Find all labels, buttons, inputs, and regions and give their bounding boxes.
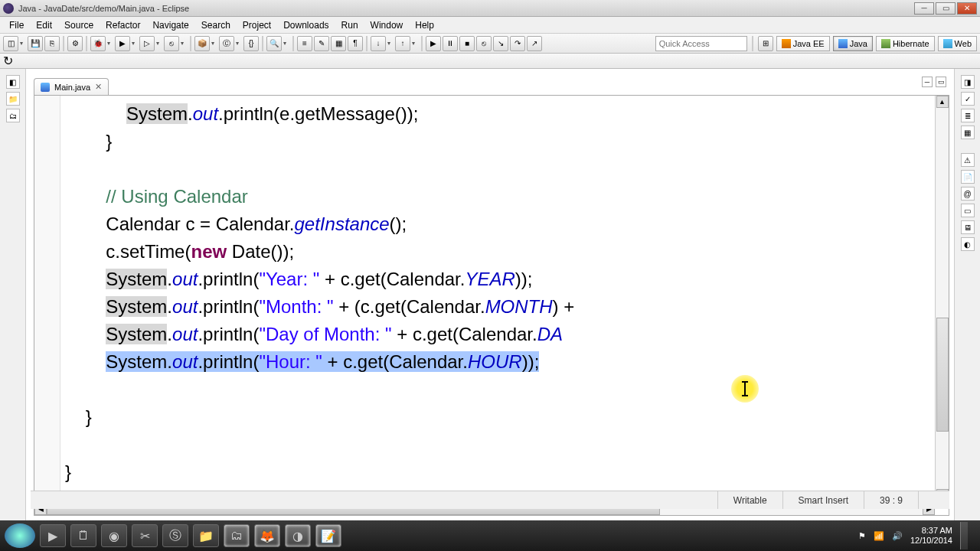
- quick-access-input[interactable]: [655, 36, 747, 51]
- run-last-button[interactable]: ▷: [139, 36, 155, 51]
- code-editor[interactable]: System.out.println(e.getMessage()); } //…: [34, 95, 949, 516]
- save-button[interactable]: 💾: [28, 36, 43, 51]
- menu-window[interactable]: Window: [364, 18, 410, 32]
- perspective-label: Java: [850, 39, 867, 48]
- chevron-down-icon[interactable]: ▾: [20, 40, 26, 47]
- package-explorer-icon[interactable]: 📁: [6, 92, 20, 106]
- step-return-button[interactable]: ↗: [527, 36, 542, 51]
- tray-volume-icon[interactable]: 🔊: [892, 531, 903, 541]
- restore-view-button[interactable]: ◨: [961, 75, 975, 89]
- run-button[interactable]: ▶: [115, 36, 130, 51]
- menu-source[interactable]: Source: [58, 18, 100, 32]
- chevron-down-icon[interactable]: ▾: [156, 40, 162, 47]
- open-type-button[interactable]: {}: [243, 36, 259, 51]
- debug-button[interactable]: 🐞: [90, 36, 106, 51]
- new-button[interactable]: ◫: [3, 36, 18, 51]
- console-icon[interactable]: ▭: [961, 204, 975, 217]
- save-all-button[interactable]: ⎘: [44, 36, 60, 51]
- system-tray[interactable]: ⚑ 📶 🔊 8:37 AM 12/10/2014: [858, 522, 975, 549]
- menu-downloads[interactable]: Downloads: [277, 18, 335, 32]
- new-package-button[interactable]: 📦: [194, 36, 210, 51]
- restore-view-button[interactable]: ◧: [6, 75, 20, 89]
- minimize-button[interactable]: ─: [914, 2, 934, 15]
- perspective-hibernate[interactable]: Hibernate: [876, 36, 935, 51]
- chevron-down-icon[interactable]: ▾: [132, 40, 138, 47]
- scroll-up-icon[interactable]: ▲: [936, 96, 949, 108]
- search-button[interactable]: 🔍: [266, 36, 282, 51]
- minimap-icon[interactable]: ▦: [961, 126, 975, 139]
- problems-icon[interactable]: ⚠: [961, 153, 975, 167]
- disconnect-button[interactable]: ⎋: [476, 36, 492, 51]
- suspend-button[interactable]: ⏸: [443, 36, 458, 51]
- step-into-button[interactable]: ↘: [493, 36, 508, 51]
- menu-refactor[interactable]: Refactor: [100, 18, 146, 32]
- show-whitespace-button[interactable]: ¶: [348, 36, 363, 51]
- right-trim: ◨ ✓ ≣ ▦ ⚠ 📄 @ ▭ 🖥 ◐: [954, 69, 980, 520]
- taskbar-explorer[interactable]: 📁: [193, 524, 219, 547]
- chevron-down-icon[interactable]: ▾: [107, 40, 113, 47]
- maximize-button[interactable]: ▭: [936, 2, 956, 15]
- taskbar-notepad[interactable]: 📝: [315, 524, 341, 547]
- perspective-web[interactable]: Web: [938, 36, 977, 51]
- step-over-button[interactable]: ↷: [510, 36, 525, 51]
- tab-close-icon[interactable]: ✕: [95, 82, 102, 92]
- resume-button[interactable]: ▶: [426, 36, 441, 51]
- refresh-button[interactable]: ↻: [3, 54, 13, 68]
- javadoc-icon[interactable]: 📄: [961, 170, 975, 184]
- toggle-block-button[interactable]: ▦: [331, 36, 346, 51]
- open-perspective-button[interactable]: ⊞: [758, 36, 773, 51]
- taskbar-explorer-window[interactable]: 🗂: [224, 524, 250, 547]
- chevron-down-icon[interactable]: ▾: [181, 40, 187, 47]
- outline-icon[interactable]: ≣: [961, 109, 975, 122]
- scroll-thumb[interactable]: [936, 318, 949, 432]
- menu-edit[interactable]: Edit: [30, 18, 58, 32]
- menu-search[interactable]: Search: [195, 18, 237, 32]
- perspective-java[interactable]: Java: [833, 36, 873, 51]
- chevron-down-icon[interactable]: ▾: [211, 40, 217, 47]
- tray-clock[interactable]: 8:37 AM 12/10/2014: [910, 526, 952, 546]
- taskbar-eclipse[interactable]: ◑: [285, 524, 311, 547]
- start-button[interactable]: [5, 523, 35, 548]
- taskbar-media-player[interactable]: ▶: [40, 524, 66, 547]
- progress-icon[interactable]: ◐: [961, 237, 975, 251]
- external-tools-button[interactable]: ⎋: [164, 36, 179, 51]
- code-area[interactable]: System.out.println(e.getMessage()); } //…: [34, 96, 935, 501]
- taskbar-chrome[interactable]: ◉: [101, 524, 127, 547]
- new-class-button[interactable]: Ⓒ: [219, 36, 234, 51]
- tray-flag-icon[interactable]: ⚑: [858, 531, 866, 541]
- navigator-icon[interactable]: 🗂: [6, 109, 20, 122]
- taskbar-firefox[interactable]: 🦊: [254, 524, 280, 547]
- editor-tab-main[interactable]: Main.java ✕: [34, 78, 109, 95]
- chevron-down-icon[interactable]: ▾: [283, 40, 289, 47]
- tray-network-icon[interactable]: 📶: [874, 531, 884, 541]
- servers-icon[interactable]: 🖥: [961, 220, 975, 234]
- toggle-mark-button[interactable]: ✎: [314, 36, 329, 51]
- taskbar-skype[interactable]: Ⓢ: [162, 524, 188, 547]
- close-button[interactable]: ✕: [957, 2, 977, 15]
- perspective-label: Web: [955, 39, 972, 48]
- menu-run[interactable]: Run: [335, 18, 364, 32]
- maximize-editor-button[interactable]: ▭: [936, 77, 946, 87]
- menu-project[interactable]: Project: [237, 18, 277, 32]
- prev-annotation-button[interactable]: ↑: [395, 36, 410, 51]
- declaration-icon[interactable]: @: [961, 187, 975, 201]
- windows-taskbar: ▶ 🗒 ◉ ✂ Ⓢ 📁 🗂 🦊 ◑ 📝 ⚑ 📶 🔊 8:37 AM 12/10/…: [0, 520, 980, 551]
- chevron-down-icon[interactable]: ▾: [412, 40, 418, 47]
- vertical-scrollbar[interactable]: ▲ ▼: [935, 96, 949, 501]
- taskbar-sticky-notes[interactable]: 🗒: [70, 524, 96, 547]
- task-list-icon[interactable]: ✓: [961, 92, 975, 106]
- menu-navigate[interactable]: Navigate: [146, 18, 194, 32]
- build-button[interactable]: ⚙: [67, 36, 83, 51]
- next-annotation-button[interactable]: ↓: [371, 36, 386, 51]
- chevron-down-icon[interactable]: ▾: [387, 40, 394, 47]
- terminate-button[interactable]: ■: [459, 36, 475, 51]
- perspective-javaee[interactable]: Java EE: [776, 36, 830, 51]
- toggle-breadcrumb-button[interactable]: ≡: [297, 36, 312, 51]
- menu-help[interactable]: Help: [409, 18, 440, 32]
- menu-file[interactable]: File: [3, 18, 30, 32]
- minimize-editor-button[interactable]: ─: [922, 77, 933, 87]
- menu-bar: File Edit Source Refactor Navigate Searc…: [0, 17, 980, 34]
- show-desktop-button[interactable]: [960, 522, 968, 549]
- chevron-down-icon[interactable]: ▾: [236, 40, 242, 47]
- taskbar-snip[interactable]: ✂: [132, 524, 158, 547]
